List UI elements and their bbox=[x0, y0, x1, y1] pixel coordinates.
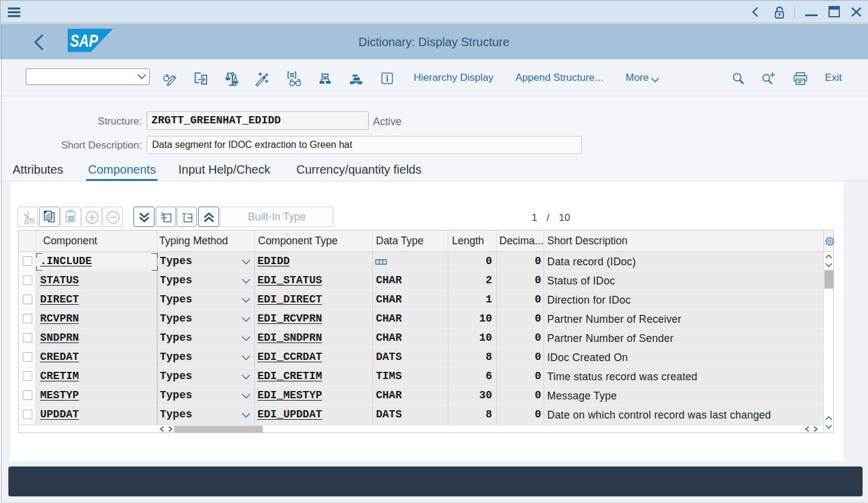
svg-text:SAP: SAP bbox=[70, 31, 98, 50]
